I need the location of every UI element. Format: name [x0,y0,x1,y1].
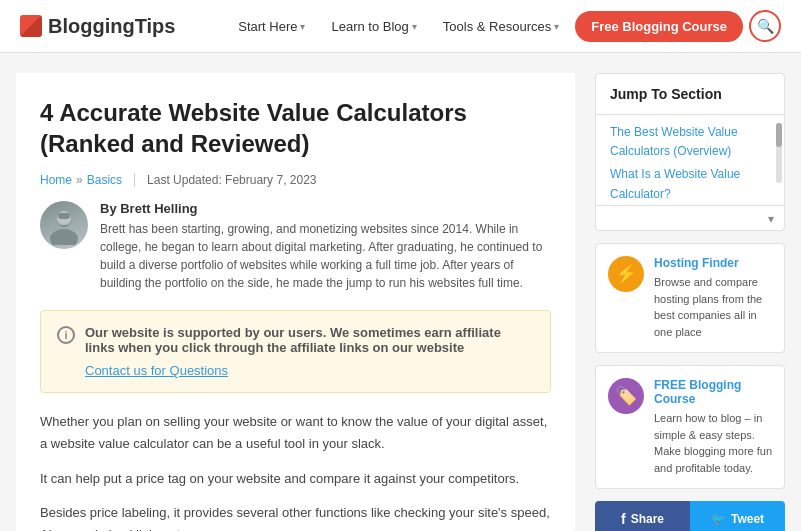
nav-tools-resources[interactable]: Tools & Resources ▾ [433,13,569,40]
last-updated: Last Updated: February 7, 2023 [147,173,316,187]
main-container: 4 Accurate Website Value Calculators (Ra… [0,53,801,531]
avatar [40,201,88,249]
jump-section-title: Jump To Section [596,74,784,115]
jump-scrollbar[interactable] [776,123,782,183]
breadcrumb-home[interactable]: Home [40,173,72,187]
jump-scrollbar-thumb [776,123,782,147]
chevron-down-icon: ▾ [768,212,774,226]
main-nav: Start Here ▾ Learn to Blog ▾ Tools & Res… [228,10,781,42]
cta-button[interactable]: Free Blogging Course [575,11,743,42]
affiliate-notice-top: i Our website is supported by our users.… [57,325,534,355]
facebook-share-button[interactable]: f Share [595,501,690,531]
hosting-card-title[interactable]: Hosting Finder [654,256,772,270]
chevron-down-icon: ▾ [300,21,305,32]
jump-to-section: Jump To Section The Best Website Value C… [595,73,785,231]
author-name: By Brett Helling [100,201,551,216]
blogging-card-content: FREE Blogging Course Learn how to blog –… [654,378,772,476]
jump-section-chevron[interactable]: ▾ [596,205,784,230]
article-paragraph-2: It can help put a price tag on your webs… [40,468,551,490]
article-paragraph-1: Whether you plan on selling your website… [40,411,551,455]
hosting-finder-card: ⚡ Hosting Finder Browse and compare host… [595,243,785,353]
site-header: BloggingTips Start Here ▾ Learn to Blog … [0,0,801,53]
logo-icon [20,15,42,37]
affiliate-contact-link[interactable]: Contact us for Questions [57,363,534,378]
nav-start-here[interactable]: Start Here ▾ [228,13,315,40]
blogging-card-title[interactable]: FREE Blogging Course [654,378,772,406]
article-content: 4 Accurate Website Value Calculators (Ra… [16,73,575,531]
lightning-icon: ⚡ [608,256,644,292]
breadcrumb-divider [134,173,135,187]
logo-text: BloggingTips [48,15,175,38]
avatar-image [40,201,88,249]
blogging-card-desc: Learn how to blog – in simple & easy ste… [654,410,772,476]
social-share: f Share 🐦 Tweet [595,501,785,531]
affiliate-notice: i Our website is supported by our users.… [40,310,551,393]
article-paragraph-3: Besides price labeling, it provides seve… [40,502,551,531]
author-info: By Brett Helling Brett has been starting… [100,201,551,292]
svg-rect-4 [58,213,70,219]
jump-link-1[interactable]: What Is a Website Value Calculator? [610,165,770,203]
article-body: Whether you plan on selling your website… [40,411,551,531]
chevron-down-icon: ▾ [554,21,559,32]
jump-links-container: The Best Website Value Calculators (Over… [596,115,784,205]
twitter-icon: 🐦 [711,512,726,526]
hosting-card-content: Hosting Finder Browse and compare hostin… [654,256,772,340]
site-logo[interactable]: BloggingTips [20,15,175,38]
twitter-share-button[interactable]: 🐦 Tweet [690,501,785,531]
search-icon: 🔍 [757,18,774,34]
chevron-down-icon: ▾ [412,21,417,32]
tag-icon: 🏷️ [608,378,644,414]
nav-learn-to-blog[interactable]: Learn to Blog ▾ [321,13,426,40]
hosting-card-desc: Browse and compare hosting plans from th… [654,274,772,340]
breadcrumb-section[interactable]: Basics [87,173,122,187]
blogging-course-card: 🏷️ FREE Blogging Course Learn how to blo… [595,365,785,489]
facebook-icon: f [621,511,626,527]
jump-link-0[interactable]: The Best Website Value Calculators (Over… [610,123,770,161]
author-bio: Brett has been starting, growing, and mo… [100,220,551,292]
info-icon: i [57,326,75,344]
affiliate-text: Our website is supported by our users. W… [85,325,534,355]
breadcrumb: Home » Basics Last Updated: February 7, … [40,173,551,187]
sidebar: Jump To Section The Best Website Value C… [595,73,785,531]
breadcrumb-separator: » [76,173,83,187]
author-section: By Brett Helling Brett has been starting… [40,201,551,292]
article-title: 4 Accurate Website Value Calculators (Ra… [40,97,551,159]
svg-point-1 [50,229,78,245]
search-button[interactable]: 🔍 [749,10,781,42]
